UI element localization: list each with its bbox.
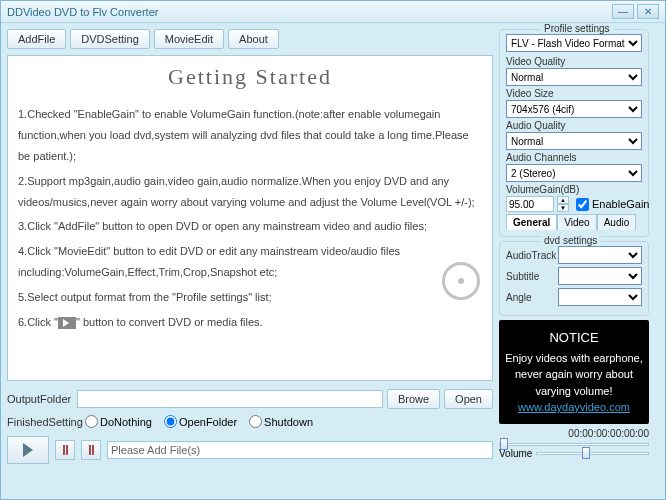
- window-title: DDVideo DVD to Flv Converter: [7, 6, 609, 18]
- output-folder-row: OutputFolder Browe Open: [7, 389, 493, 409]
- video-size-label: Video Size: [506, 88, 642, 99]
- volumegain-label: VolumeGain(dB): [506, 184, 642, 195]
- minimize-button[interactable]: —: [612, 4, 634, 19]
- tab-audio[interactable]: Audio: [597, 214, 637, 230]
- play-button[interactable]: [7, 436, 49, 464]
- tab-video[interactable]: Video: [557, 214, 596, 230]
- angle-label: Angle: [506, 292, 558, 303]
- video-size-select[interactable]: 704x576 (4cif): [506, 100, 642, 118]
- main-toolbar: AddFile DVDSetting MovieEdit About: [7, 29, 493, 49]
- instructions-list: 1.Checked "EnableGain" to enable VolumeG…: [18, 104, 482, 333]
- step-1: 1.Checked "EnableGain" to enable VolumeG…: [18, 104, 482, 167]
- volumegain-input[interactable]: [506, 196, 554, 212]
- audio-channels-select[interactable]: 2 (Stereo): [506, 164, 642, 182]
- audio-quality-label: Audio Quality: [506, 120, 642, 131]
- profile-format-select[interactable]: FLV - Flash Video Format: [506, 34, 642, 52]
- volume-slider[interactable]: [536, 452, 649, 455]
- output-folder-input[interactable]: [77, 390, 383, 408]
- radio-openfolder[interactable]: [164, 415, 177, 428]
- step-6: 6.Click "" button to convert DVD or medi…: [18, 312, 482, 333]
- radio-donothing[interactable]: [85, 415, 98, 428]
- dvd-settings-group: dvd settings AudioTrack Subtitle Angle: [499, 241, 649, 316]
- browse-button[interactable]: Browe: [387, 389, 440, 409]
- enablegain-checkbox[interactable]: [576, 198, 589, 211]
- play-icon: [23, 443, 33, 457]
- getting-started-panel: Getting Started 1.Checked "EnableGain" t…: [7, 55, 493, 381]
- next-button[interactable]: [81, 440, 101, 460]
- profile-group-title: Profile settings: [540, 23, 614, 34]
- about-button[interactable]: About: [228, 29, 279, 49]
- titlebar: DDVideo DVD to Flv Converter — ✕: [1, 1, 665, 23]
- dvdsetting-button[interactable]: DVDSetting: [70, 29, 149, 49]
- time-display: 00:00:00:00:00:00: [499, 428, 649, 439]
- position-slider[interactable]: [499, 443, 649, 446]
- audiotrack-select[interactable]: [558, 246, 642, 264]
- app-window: DDVideo DVD to Flv Converter — ✕ AddFile…: [0, 0, 666, 500]
- step-5: 5.Select output format from the "Profile…: [18, 287, 482, 308]
- player-bar: [7, 436, 493, 464]
- audio-channels-label: Audio Channels: [506, 152, 642, 163]
- subtitle-label: Subtitle: [506, 271, 558, 282]
- status-text: [107, 441, 493, 459]
- radio-shutdown[interactable]: [249, 415, 262, 428]
- step-2: 2.Support mp3gain,audio gain,video gain,…: [18, 171, 482, 213]
- notice-link[interactable]: www.daydayvideo.com: [518, 401, 630, 413]
- volumegain-spinner[interactable]: ▲▼: [557, 196, 569, 212]
- video-quality-select[interactable]: Normal: [506, 68, 642, 86]
- addfile-button[interactable]: AddFile: [7, 29, 66, 49]
- step-3: 3.Click "AddFile" button to open DVD or …: [18, 216, 482, 237]
- video-quality-label: Video Quality: [506, 56, 642, 67]
- finished-setting-row: FinishedSetting DoNothing OpenFolder Shu…: [7, 415, 493, 428]
- audio-quality-select[interactable]: Normal: [506, 132, 642, 150]
- content-heading: Getting Started: [18, 64, 482, 90]
- prev-button[interactable]: [55, 440, 75, 460]
- dvd-group-title: dvd settings: [540, 235, 601, 246]
- profile-tabs: General Video Audio: [506, 214, 642, 230]
- tab-general[interactable]: General: [506, 214, 557, 230]
- notice-title: NOTICE: [505, 328, 643, 348]
- profile-settings-group: Profile settings FLV - Flash Video Forma…: [499, 29, 649, 237]
- movieedit-button[interactable]: MovieEdit: [154, 29, 224, 49]
- subtitle-select[interactable]: [558, 267, 642, 285]
- notice-panel: NOTICE Enjoy videos with earphone, never…: [499, 320, 649, 424]
- audiotrack-label: AudioTrack: [506, 250, 558, 261]
- film-reel-icon: [430, 262, 480, 312]
- finished-setting-label: FinishedSetting: [7, 416, 79, 428]
- play-icon: [58, 317, 76, 329]
- close-button[interactable]: ✕: [637, 4, 659, 19]
- step-4: 4.Click "MovieEdit" button to edit DVD o…: [18, 241, 482, 283]
- angle-select[interactable]: [558, 288, 642, 306]
- open-button[interactable]: Open: [444, 389, 493, 409]
- notice-body: Enjoy videos with earphone, never again …: [505, 350, 643, 400]
- output-folder-label: OutputFolder: [7, 393, 73, 405]
